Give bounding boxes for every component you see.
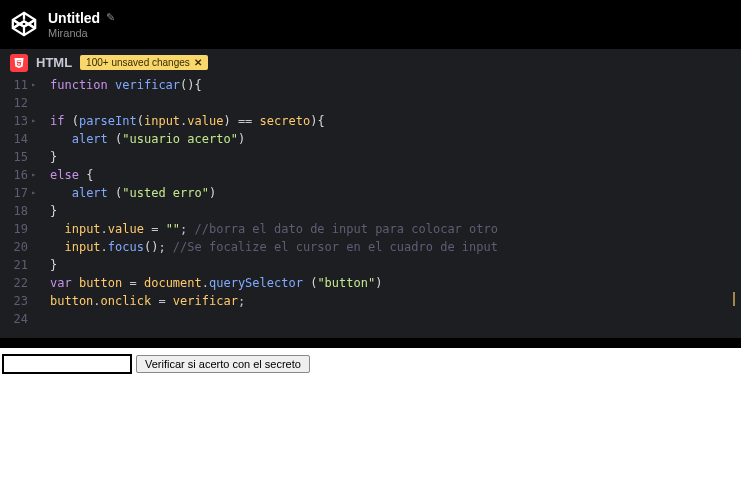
secret-input[interactable] bbox=[2, 354, 132, 374]
output-preview: Verificar si acerto con el secreto bbox=[0, 348, 741, 380]
html-icon bbox=[10, 54, 28, 72]
codepen-logo[interactable] bbox=[10, 10, 38, 38]
pen-title[interactable]: Untitled bbox=[48, 10, 100, 26]
pen-author[interactable]: Miranda bbox=[48, 27, 115, 39]
pane-separator[interactable] bbox=[0, 338, 741, 348]
unsaved-changes-badge: 100+ unsaved changes ✕ bbox=[80, 55, 208, 70]
edit-title-icon[interactable]: ✎ bbox=[106, 11, 115, 24]
html-panel-header: HTML 100+ unsaved changes ✕ bbox=[0, 48, 741, 76]
code-editor[interactable]: 1112131415161718192021222324 function ve… bbox=[0, 76, 741, 338]
verify-button[interactable]: Verificar si acerto con el secreto bbox=[136, 355, 310, 373]
unsaved-text: 100+ unsaved changes bbox=[86, 57, 190, 68]
cursor-indicator bbox=[733, 292, 735, 306]
code-content[interactable]: function verificar(){ if (parseInt(input… bbox=[36, 76, 741, 338]
app-header: Untitled ✎ Miranda bbox=[0, 0, 741, 48]
panel-label: HTML bbox=[36, 55, 72, 70]
line-gutter: 1112131415161718192021222324 bbox=[0, 76, 36, 338]
dismiss-unsaved-icon[interactable]: ✕ bbox=[194, 57, 202, 68]
